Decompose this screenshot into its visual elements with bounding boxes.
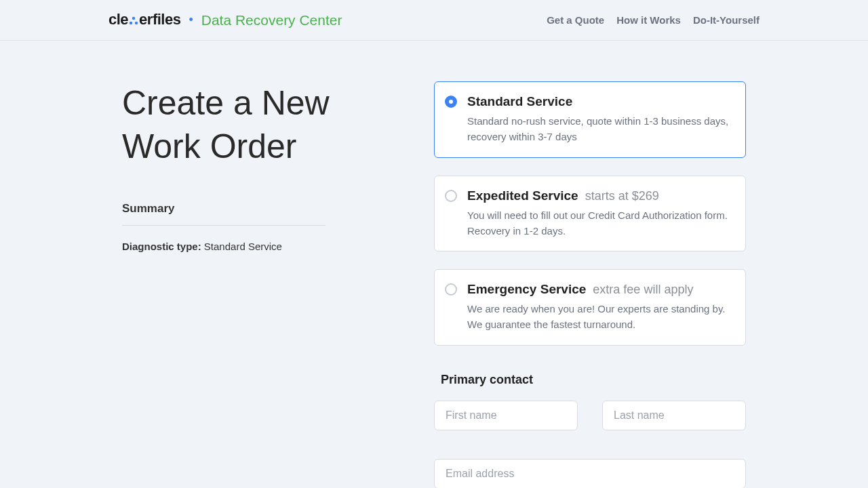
nav-how-it-works[interactable]: How it Works (616, 14, 681, 26)
option-standard[interactable]: Standard Service Standard no-rush servic… (434, 81, 746, 158)
brand-text: cleerfiles (108, 11, 180, 29)
separator-dot-icon: • (189, 13, 193, 27)
first-name-field[interactable] (434, 401, 578, 430)
option-expedited-title: Expedited Service (467, 188, 578, 203)
page-title: Create a New Work Order (122, 81, 393, 168)
svg-point-0 (132, 17, 135, 20)
primary-contact-heading: Primary contact (441, 373, 746, 387)
summary-diagnostic-label: Diagnostic type: (122, 241, 201, 252)
option-standard-title: Standard Service (467, 94, 572, 109)
option-expedited-desc: You will need to fill out our Credit Car… (467, 207, 732, 239)
option-emergency-desc: We are ready when you are! Our experts a… (467, 301, 732, 333)
nav-get-quote[interactable]: Get a Quote (547, 14, 604, 26)
option-emergency[interactable]: Emergency Service extra fee will apply W… (434, 269, 746, 346)
radio-icon (445, 96, 457, 108)
summary-diagnostic-value: Standard Service (201, 241, 282, 252)
email-field[interactable] (434, 459, 746, 488)
summary-heading: Summary (122, 202, 326, 226)
option-emergency-price: extra fee will apply (593, 283, 693, 297)
option-standard-desc: Standard no-rush service, quote within 1… (467, 113, 732, 145)
brand-dots-icon (129, 12, 138, 29)
nav: Get a Quote How it Works Do-It-Yourself (547, 14, 760, 26)
option-emergency-title: Emergency Service (467, 282, 586, 297)
summary-diagnostic: Diagnostic type: Standard Service (122, 241, 393, 252)
radio-icon (445, 190, 457, 202)
svg-point-2 (135, 22, 138, 24)
svg-point-1 (130, 22, 132, 24)
last-name-field[interactable] (602, 401, 746, 430)
option-expedited[interactable]: Expedited Service starts at $269 You wil… (434, 176, 746, 252)
nav-diy[interactable]: Do-It-Yourself (693, 14, 760, 26)
logo[interactable]: cleerfiles • Data Recovery Center (108, 11, 342, 29)
option-expedited-price: starts at $269 (585, 189, 659, 203)
header: cleerfiles • Data Recovery Center Get a … (0, 0, 868, 41)
radio-icon (445, 283, 457, 296)
brand-subtitle: Data Recovery Center (201, 12, 342, 28)
